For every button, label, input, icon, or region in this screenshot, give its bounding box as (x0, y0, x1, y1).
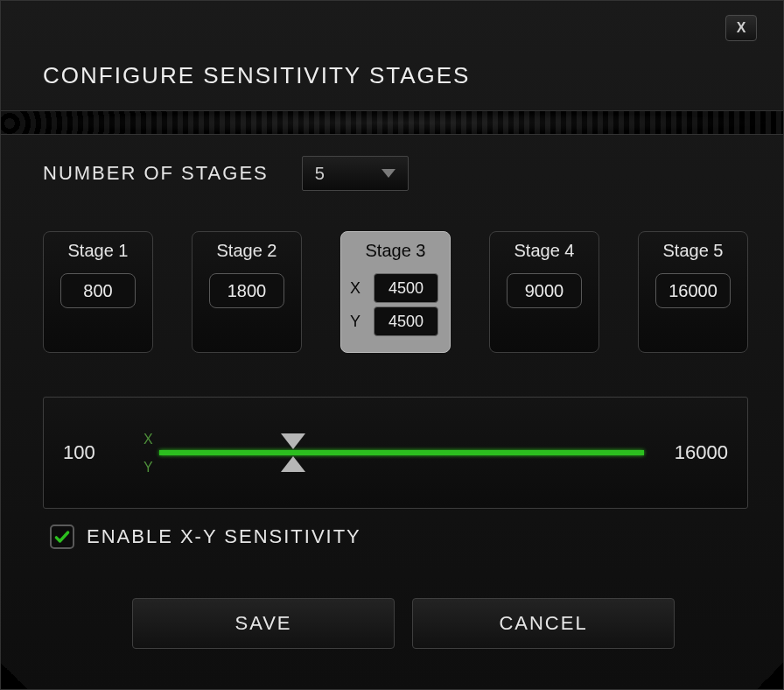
dialog-body: NUMBER OF STAGES 5 Stage 1 800 Stage 2 1… (1, 135, 783, 649)
stage-5-title: Stage 5 (648, 241, 738, 261)
stage-card-4[interactable]: Stage 4 9000 (489, 231, 599, 353)
save-button[interactable]: SAVE (132, 598, 395, 649)
slider-y-axis-label: Y (144, 460, 155, 475)
check-icon (53, 528, 71, 546)
stage-5-value-input[interactable]: 16000 (655, 273, 731, 308)
stages-count-value: 5 (315, 164, 325, 184)
stage-2-title: Stage 2 (201, 241, 292, 261)
stage-card-1[interactable]: Stage 1 800 (43, 231, 153, 353)
stage-4-title: Stage 4 (499, 241, 590, 261)
slider-min-label: 100 (63, 441, 131, 464)
dialog-title: CONFIGURE SENSITIVITY STAGES (43, 62, 783, 89)
enable-xy-row: ENABLE X-Y SENSITIVITY (50, 525, 748, 549)
stages-row: Stage 1 800 Stage 2 1800 Stage 3 X 4500 … (43, 231, 748, 353)
stage-4-value-input[interactable]: 9000 (507, 273, 582, 308)
chevron-down-icon (382, 169, 396, 178)
stage-1-value-input[interactable]: 800 (60, 273, 136, 308)
cancel-button[interactable]: CANCEL (412, 598, 675, 649)
slider-track (159, 450, 644, 455)
stage-card-5[interactable]: Stage 5 16000 (638, 231, 748, 353)
corner-decoration (757, 663, 783, 689)
enable-xy-label: ENABLE X-Y SENSITIVITY (87, 525, 361, 548)
stages-count-row: NUMBER OF STAGES 5 (43, 156, 748, 191)
stage-3-title: Stage 3 (350, 241, 441, 261)
sensitivity-stages-dialog: X CONFIGURE SENSITIVITY STAGES NUMBER OF… (0, 0, 784, 690)
corner-decoration (1, 663, 27, 689)
slider-max-label: 16000 (660, 441, 728, 464)
stage-3-x-input[interactable]: 4500 (374, 273, 438, 303)
slider-thumb-y[interactable] (281, 456, 305, 472)
stage-2-value-input[interactable]: 1800 (209, 273, 284, 308)
stage-3-y-label: Y (350, 313, 364, 331)
slider-x-axis-label: X (144, 432, 155, 447)
stage-3-y-input[interactable]: 4500 (374, 306, 438, 336)
dialog-buttons: SAVE CANCEL (43, 598, 748, 649)
stage-1-title: Stage 1 (52, 241, 144, 261)
dialog-header: CONFIGURE SENSITIVITY STAGES (1, 1, 783, 110)
enable-xy-checkbox[interactable] (50, 525, 74, 549)
close-button[interactable]: X (725, 15, 757, 41)
close-icon: X (737, 20, 746, 35)
sensitivity-slider-panel: 100 X Y 16000 (43, 397, 748, 509)
stage-3-x-label: X (350, 279, 364, 298)
sensitivity-slider[interactable]: X Y (147, 426, 644, 479)
header-divider (1, 110, 783, 135)
slider-thumb-x[interactable] (281, 433, 305, 449)
stage-card-2[interactable]: Stage 2 1800 (192, 231, 302, 353)
stages-count-label: NUMBER OF STAGES (43, 162, 269, 185)
stage-card-3[interactable]: Stage 3 X 4500 Y 4500 (340, 231, 451, 353)
stages-count-select[interactable]: 5 (302, 156, 409, 191)
